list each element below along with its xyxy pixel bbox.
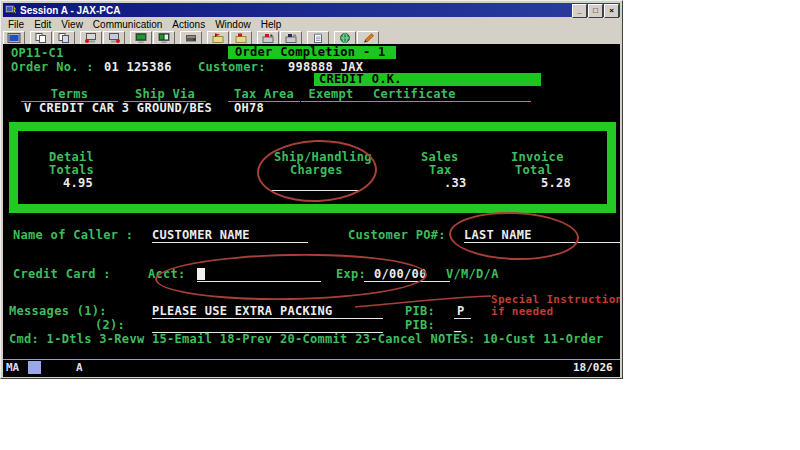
window-title: Session A - JAX-PCA [20,5,120,16]
status-input-block [28,361,41,374]
tax-area-value[interactable]: OH78 [234,102,264,115]
customer-label: Customer: [198,61,266,74]
keyboard-setup-icon[interactable] [280,31,302,45]
green-screen-split-icon[interactable] [153,31,175,45]
credit-status: CREDIT O.K. [314,72,402,86]
menu-help[interactable]: Help [256,18,287,31]
menu-file[interactable]: File [3,18,29,31]
invoice-total-value: 5.28 [541,177,571,190]
header-tax-area: Tax Area [228,88,300,102]
message-line1-field[interactable]: PLEASE USE EXTRA PACKING [152,305,383,319]
order-no-value: 01 125386 [104,61,172,74]
pib2-field[interactable]: _ [454,319,462,332]
menu-communication[interactable]: Communication [88,18,167,31]
paste-icon[interactable] [53,31,75,45]
credit-status-highlight: CREDIT O.K. [314,73,541,86]
messages-line2-label: (2): [95,319,125,332]
message-line2-field[interactable] [152,319,383,333]
command-line: Cmd: 1-Dtls 3-Revw 15-Email 18-Prev 20-C… [9,333,603,346]
header-terms: Terms [21,88,118,102]
caller-label: Name of Caller : [13,229,133,242]
notepad-icon[interactable] [307,31,329,45]
screen-title-highlight: Order Completion - 1 [228,46,396,59]
screen-title: Order Completion - 1 [228,45,386,59]
title-bar: Session A - JAX-PCA _ □ × [3,3,620,17]
annotation-pointer-line [353,294,493,310]
detail-total-value: 4.95 [63,177,93,190]
green-screen-icon[interactable] [130,31,152,45]
copy-icon[interactable] [30,31,52,45]
order-no-label: Order No. : [11,61,94,74]
menu-actions[interactable]: Actions [167,18,210,31]
minimize-icon[interactable]: _ [572,4,587,18]
pc-connect-icon[interactable] [80,31,102,45]
record-session-icon[interactable] [180,31,202,45]
sales-tax-value: .33 [444,177,467,190]
annotation-note-line2: if needed [491,306,553,318]
pc-disconnect-icon[interactable] [103,31,125,45]
macro-stop-flag-icon[interactable] [230,31,252,45]
toolbar [3,31,620,44]
menu-view[interactable]: View [56,18,88,31]
pib2-label: PIB: [405,319,435,332]
menu-edit[interactable]: Edit [29,18,56,31]
screen-id: OP11-C1 [11,47,64,60]
close-icon[interactable]: × [604,4,619,18]
status-bar: MA A 18/026 [3,359,620,377]
edit-pencil-icon[interactable] [357,31,379,45]
blank-screen-icon[interactable] [3,31,25,45]
keyboard-play-icon[interactable] [257,31,279,45]
customer-po-label: Customer PO#: [348,229,446,242]
status-shift-indicator: MA [6,361,19,374]
messages-line1-label: Messages (1): [9,305,107,318]
globe-icon[interactable] [334,31,356,45]
status-session-letter: A [76,361,83,374]
annotation-circle-customer-po [448,210,580,263]
maximize-icon[interactable]: □ [588,4,603,18]
terminal-screen[interactable]: OP11-C1 Order Completion - 1 Order No. :… [3,44,620,359]
header-exempt: Exempt [301,88,361,102]
credit-card-label: Credit Card : [13,268,111,281]
header-ship-via: Ship Via [124,88,206,102]
caller-name-field[interactable]: CUSTOMER NAME [152,229,308,243]
terms-ship-value[interactable]: V CREDIT CAR 3 GROUND/BES [24,102,212,115]
emulator-window: Session A - JAX-PCA _ □ × File Edit View… [0,0,623,379]
status-cursor-position: 18/026 [573,361,613,374]
app-icon [5,5,17,16]
macro-record-flag-icon[interactable] [207,31,229,45]
menu-window[interactable]: Window [210,18,256,31]
header-certificate: Certificate [357,88,531,102]
card-type-codes: V/M/D/A [446,268,499,281]
menu-bar: File Edit View Communication Actions Win… [3,18,620,32]
